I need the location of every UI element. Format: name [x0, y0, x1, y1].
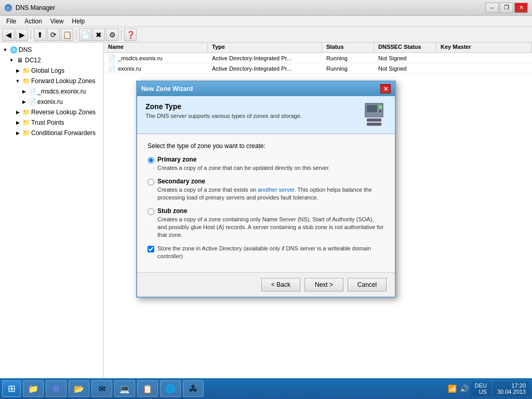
dialog-close-button[interactable]: ✕ [380, 84, 391, 94]
sidebar-item-dc12[interactable]: ▼ 🖥 DC12 [0, 55, 103, 65]
zone-row-icon-1: 📄 [108, 55, 116, 62]
taskbar-app-explorer[interactable]: 📁 [23, 380, 44, 397]
cell-type-1: Active Directory-Integrated Pr... [208, 54, 322, 62]
expand-icon-exonix[interactable]: ▶ [21, 99, 27, 105]
computer-icon: 💻 [119, 384, 130, 394]
clock[interactable]: DEUUS [471, 381, 491, 396]
expand-icon-dc12[interactable]: ▼ [8, 57, 15, 63]
sidebar-item-forward-zones[interactable]: ▼ 📁 Forward Lookup Zones [0, 76, 103, 86]
toolbar-refresh-btn[interactable]: ⟳ [47, 29, 60, 41]
col-header-keymaster[interactable]: Key Master [436, 43, 532, 52]
radio-secondary-label[interactable]: Secondary zone [157, 178, 205, 185]
back-button[interactable]: < Back [261, 278, 300, 291]
sidebar-label-forward-zones: Forward Lookup Zones [31, 77, 95, 85]
minimize-button[interactable]: − [485, 3, 499, 13]
expand-icon-dns[interactable]: ▼ [2, 47, 8, 53]
task-manager-icon: 📋 [142, 384, 153, 394]
taskbar-app-email[interactable]: ✉ [91, 380, 112, 397]
radio-stub-label[interactable]: Stub zone [157, 207, 187, 215]
email-icon: ✉ [99, 384, 105, 394]
cancel-button[interactable]: Cancel [348, 278, 387, 291]
taskbar-app-computer[interactable]: 💻 [114, 380, 135, 397]
menu-view[interactable]: View [46, 17, 68, 26]
sidebar-item-msdcs[interactable]: ▶ 📄 _msdcs.exonix.ru [0, 86, 103, 97]
sidebar-item-conditional-forwarders[interactable]: ▶ 📁 Conditional Forwarders [0, 128, 103, 138]
toolbar-new-btn[interactable]: 📄 [79, 29, 91, 41]
restore-button[interactable]: ❐ [500, 3, 513, 13]
expand-icon-forward-zones[interactable]: ▼ [15, 78, 21, 84]
sidebar-label-dc12: DC12 [25, 57, 41, 64]
expand-icon-reverse-zones[interactable]: ▶ [15, 109, 21, 115]
dialog-footer: < Back Next > Cancel [137, 272, 395, 297]
window-controls: − ❐ ✕ [485, 3, 528, 13]
radio-primary[interactable] [148, 157, 154, 164]
radio-primary-desc: Creates a copy of a zone that can be upd… [157, 164, 330, 172]
dns-icon: 🌐 [9, 46, 18, 54]
list-header: Name Type Status DNSSEC Status Key Maste… [104, 43, 532, 53]
radio-secondary[interactable] [148, 179, 154, 185]
sidebar-label-global-logs: Global Logs [31, 67, 64, 74]
expand-icon-conditional-forwarders[interactable]: ▶ [15, 130, 21, 136]
checkbox-store-ad[interactable] [148, 246, 154, 252]
toolbar-delete-btn[interactable]: ✖ [92, 29, 105, 41]
expand-icon-global-logs[interactable]: ▶ [15, 68, 21, 74]
col-header-status[interactable]: Status [322, 43, 374, 52]
toolbar-props-btn[interactable]: ⚙ [106, 29, 118, 41]
window-title: DNS Manager [16, 4, 55, 11]
toolbar-back-btn[interactable]: ◀ [2, 29, 15, 41]
toolbar-export-btn[interactable]: 📋 [61, 29, 73, 41]
sidebar-item-exonix[interactable]: ▶ 📄 exonix.ru [0, 97, 103, 107]
checkbox-store-ad-label[interactable]: Store the zone in Active Directory (avai… [157, 245, 384, 261]
dialog-server-icon [362, 102, 387, 127]
zone-icon-msdcs: 📄 [28, 87, 36, 96]
taskbar-right: 📶 🔊 DEUUS 17:20 30.04.2013 [448, 381, 530, 396]
toolbar-help-btn[interactable]: ❓ [124, 29, 137, 41]
sidebar-label-reverse-zones: Reverse Lookup Zones [31, 109, 96, 116]
next-button[interactable]: Next > [304, 278, 343, 291]
taskbar-app-powershell[interactable]: 🖥 [46, 380, 66, 397]
taskbar-app-server[interactable]: 🖧 [183, 380, 204, 397]
sidebar-label-msdcs: _msdcs.exonix.ru [37, 88, 86, 95]
svg-point-6 [379, 110, 381, 112]
toolbar-up-btn[interactable]: ⬆ [34, 29, 46, 41]
dialog-subheading: The DNS server supports various types of… [145, 113, 302, 119]
checkbox-option-store-ad: Store the zone in Active Directory (avai… [148, 245, 384, 261]
menu-file[interactable]: File [2, 17, 20, 26]
radio-stub-desc: Creates a copy of a zone containing only… [157, 216, 384, 240]
app-icon: D [4, 4, 12, 12]
menu-action[interactable]: Action [20, 17, 46, 26]
col-header-name[interactable]: Name [104, 43, 208, 52]
time-display: 17:20 [497, 382, 526, 389]
sidebar: ▼ 🌐 DNS ▼ 🖥 DC12 ▶ 📁 Global Logs ▼ 📁 For… [0, 43, 104, 378]
radio-secondary-text: Secondary zone Creates a copy of a zone … [157, 178, 384, 202]
close-button[interactable]: ✕ [514, 3, 528, 13]
sidebar-item-dns[interactable]: ▼ 🌐 DNS [0, 45, 103, 55]
list-item[interactable]: 📄 _msdcs.exonix.ru Active Directory-Inte… [104, 53, 532, 63]
list-item[interactable]: 📄 exonix.ru Active Directory-Integrated … [104, 63, 532, 74]
start-icon: ⊞ [8, 383, 16, 394]
cell-dnssec-2: Not Signed [374, 64, 436, 73]
radio-primary-text: Primary zone Creates a copy of a zone th… [157, 156, 330, 172]
col-header-dnssec[interactable]: DNSSEC Status [374, 43, 436, 52]
sidebar-item-global-logs[interactable]: ▶ 📁 Global Logs [0, 65, 103, 76]
expand-icon-msdcs[interactable]: ▶ [21, 88, 27, 95]
sidebar-label-dns: DNS [19, 46, 32, 54]
menu-help[interactable]: Help [68, 17, 89, 26]
col-header-type[interactable]: Type [208, 43, 322, 52]
taskbar-app-files[interactable]: 📂 [69, 380, 89, 397]
toolbar-separator-2 [76, 30, 76, 40]
radio-stub[interactable] [148, 208, 154, 215]
expand-icon-trust-points[interactable]: ▶ [15, 119, 21, 126]
zone-icon-exonix: 📄 [28, 98, 36, 106]
datetime-display[interactable]: 17:20 30.04.2013 [493, 381, 530, 396]
cell-keymaster-2 [436, 68, 532, 70]
taskbar-app-globe[interactable]: 🌐 [160, 380, 181, 397]
sidebar-item-reverse-zones[interactable]: ▶ 📁 Reverse Lookup Zones [0, 107, 103, 117]
sidebar-item-trust-points[interactable]: ▶ 📁 Trust Points [0, 117, 103, 128]
radio-primary-label[interactable]: Primary zone [157, 156, 196, 163]
taskbar: ⊞ 📁 🖥 📂 ✉ 💻 📋 🌐 🖧 📶 🔊 DEUUS 17:20 30.04.… [0, 378, 532, 399]
taskbar-app-task-manager[interactable]: 📋 [137, 380, 158, 397]
language-indicator: DEUUS [475, 382, 487, 395]
start-button[interactable]: ⊞ [2, 380, 21, 397]
toolbar-forward-btn[interactable]: ▶ [16, 29, 28, 41]
